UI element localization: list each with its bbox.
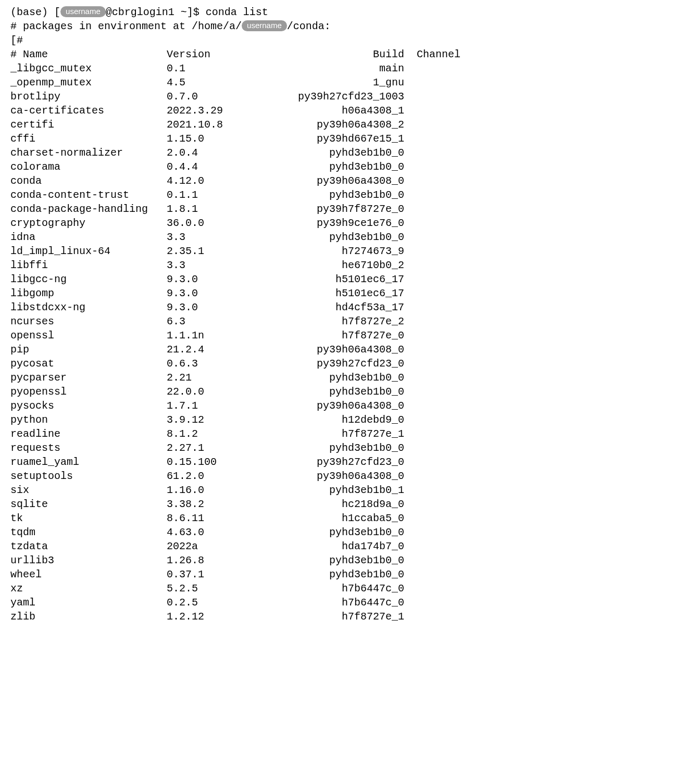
package-row: setuptools61.2.0py39h06a4308_0 (10, 469, 688, 483)
package-build: py39hd667e15_1 (279, 132, 404, 146)
package-build: h7f8727e_2 (279, 314, 404, 328)
package-channel (404, 286, 460, 300)
package-row: conda-package-handling1.8.1py39h7f8727e_… (10, 202, 688, 216)
package-version: 2.0.4 (167, 146, 279, 160)
package-name: ncurses (10, 314, 167, 328)
package-version: 3.3 (167, 258, 279, 272)
package-name: conda-package-handling (10, 202, 167, 216)
terminal-output[interactable]: (base) [username@cbrglogin1 ~]$ conda li… (10, 5, 688, 624)
package-channel (404, 497, 460, 511)
package-build: h7f8727e_0 (279, 328, 404, 343)
username-pill: username (242, 20, 287, 31)
env-indicator: (base) (10, 6, 48, 18)
env-path-line: # packages in environment at /home/a/use… (10, 19, 688, 33)
package-name: libgcc-ng (10, 272, 167, 286)
package-row: pyopenssl22.0.0pyhd3eb1b0_0 (10, 385, 688, 399)
package-version: 5.2.5 (167, 581, 279, 596)
package-row: charset-normalizer2.0.4pyhd3eb1b0_0 (10, 146, 688, 160)
package-channel (404, 553, 460, 567)
package-name: pysocks (10, 399, 167, 413)
package-row: cryptography36.0.0py39h9ce1e76_0 (10, 216, 688, 230)
package-version: 1.15.0 (167, 132, 279, 146)
package-row: ncurses6.3h7f8727e_2 (10, 314, 688, 328)
package-build: h5101ec6_17 (279, 272, 404, 286)
package-channel (404, 146, 460, 160)
package-row: pysocks1.7.1py39h06a4308_0 (10, 399, 688, 413)
package-name: ld_impl_linux-64 (10, 244, 167, 258)
package-version: 1.8.1 (167, 202, 279, 216)
package-channel (404, 610, 460, 624)
package-row: ld_impl_linux-642.35.1h7274673_9 (10, 244, 688, 258)
package-name: _openmp_mutex (10, 75, 167, 90)
package-version: 2022a (167, 539, 279, 553)
package-row: python3.9.12h12debd9_0 (10, 413, 688, 427)
package-build: pyhd3eb1b0_0 (279, 385, 404, 399)
header-channel: Channel (404, 47, 460, 61)
package-channel (404, 385, 460, 399)
package-row: urllib31.26.8pyhd3eb1b0_0 (10, 553, 688, 567)
package-name: setuptools (10, 469, 167, 483)
package-version: 6.3 (167, 314, 279, 328)
package-version: 8.6.11 (167, 511, 279, 525)
package-build: pyhd3eb1b0_0 (279, 441, 404, 455)
env-path-suffix: /conda: (287, 20, 331, 32)
package-build: pyhd3eb1b0_0 (279, 230, 404, 244)
package-version: 2.21 (167, 371, 279, 385)
package-row: zlib1.2.12h7f8727e_1 (10, 610, 688, 624)
package-name: python (10, 413, 167, 427)
package-name: ruamel_yaml (10, 455, 167, 469)
package-version: 61.2.0 (167, 469, 279, 483)
package-build: main (279, 61, 404, 75)
package-version: 36.0.0 (167, 216, 279, 230)
package-channel (404, 539, 460, 553)
package-build: hc218d9a_0 (279, 497, 404, 511)
package-channel (404, 455, 460, 469)
package-row: tk8.6.11h1ccaba5_0 (10, 511, 688, 525)
package-version: 1.7.1 (167, 399, 279, 413)
package-row: openssl1.1.1nh7f8727e_0 (10, 328, 688, 343)
package-channel (404, 104, 460, 118)
package-channel (404, 469, 460, 483)
package-version: 8.1.2 (167, 427, 279, 441)
package-name: pycparser (10, 371, 167, 385)
package-row: _openmp_mutex4.51_gnu (10, 75, 688, 90)
package-version: 0.15.100 (167, 455, 279, 469)
package-row: wheel0.37.1pyhd3eb1b0_0 (10, 567, 688, 581)
package-name: urllib3 (10, 553, 167, 567)
env-path-prefix: # packages in environment at /home/a/ (10, 20, 242, 32)
package-channel (404, 357, 460, 371)
package-row: pycparser2.21pyhd3eb1b0_0 (10, 371, 688, 385)
package-build: py39h7f8727e_0 (279, 202, 404, 216)
package-version: 2022.3.29 (167, 104, 279, 118)
package-row: six1.16.0pyhd3eb1b0_1 (10, 483, 688, 497)
package-channel (404, 441, 460, 455)
package-version: 4.12.0 (167, 174, 279, 188)
package-row: cffi1.15.0py39hd667e15_1 (10, 132, 688, 146)
package-build: hd4cf53a_17 (279, 300, 404, 314)
package-name: certifi (10, 118, 167, 132)
package-build: pyhd3eb1b0_0 (279, 553, 404, 567)
host-path: @cbrglogin1 ~]$ (106, 6, 206, 18)
package-channel (404, 371, 460, 385)
package-version: 4.63.0 (167, 525, 279, 539)
package-build: h1ccaba5_0 (279, 511, 404, 525)
package-version: 9.3.0 (167, 300, 279, 314)
package-build: hda174b7_0 (279, 539, 404, 553)
package-list: _libgcc_mutex0.1main_openmp_mutex4.51_gn… (10, 61, 688, 624)
package-version: 0.7.0 (167, 90, 279, 104)
package-name: charset-normalizer (10, 146, 167, 160)
package-name: readline (10, 427, 167, 441)
package-name: six (10, 483, 167, 497)
prompt-line: (base) [username@cbrglogin1 ~]$ conda li… (10, 5, 688, 19)
package-build: pyhd3eb1b0_0 (279, 567, 404, 581)
package-version: 1.2.12 (167, 610, 279, 624)
package-channel (404, 132, 460, 146)
package-channel (404, 118, 460, 132)
package-channel (404, 511, 460, 525)
package-name: libstdcxx-ng (10, 300, 167, 314)
package-version: 3.3 (167, 230, 279, 244)
package-version: 0.1.1 (167, 188, 279, 202)
package-version: 9.3.0 (167, 286, 279, 300)
package-build: pyhd3eb1b0_0 (279, 188, 404, 202)
package-row: libffi3.3he6710b0_2 (10, 258, 688, 272)
